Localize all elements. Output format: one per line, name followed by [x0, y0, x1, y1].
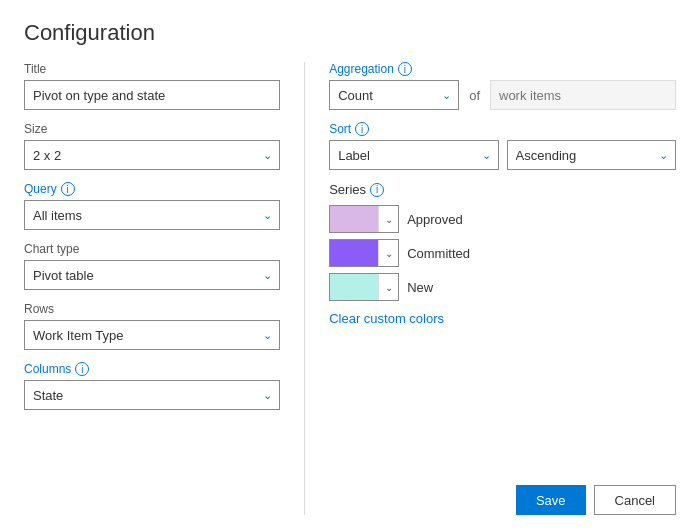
rows-label: Rows	[24, 302, 280, 316]
committed-color-chevron-icon[interactable]: ⌄	[378, 240, 398, 266]
size-select-wrapper: 2 x 2 2 x 3 3 x 3 4 x 4 ⌄	[24, 140, 280, 170]
committed-label: Committed	[407, 246, 470, 261]
aggregation-field-group: Aggregation i Count Sum Average ⌄ of	[329, 62, 676, 110]
size-select[interactable]: 2 x 2 2 x 3 3 x 3 4 x 4	[24, 140, 280, 170]
of-input	[490, 80, 676, 110]
columns-info-icon[interactable]: i	[75, 362, 89, 376]
chart-type-label: Chart type	[24, 242, 280, 256]
series-header: Series i	[329, 182, 676, 197]
columns-select[interactable]: State Work Item Type Assigned To	[24, 380, 280, 410]
approved-label: Approved	[407, 212, 463, 227]
left-column: Title Size 2 x 2 2 x 3 3 x 3 4 x 4 ⌄	[24, 62, 305, 515]
aggregation-select[interactable]: Count Sum Average	[329, 80, 459, 110]
title-input[interactable]	[24, 80, 280, 110]
aggregation-row: Count Sum Average ⌄ of	[329, 80, 676, 110]
save-button[interactable]: Save	[516, 485, 586, 515]
aggregation-info-icon[interactable]: i	[398, 62, 412, 76]
sort-by-select[interactable]: Label Count	[329, 140, 498, 170]
approved-color-chevron-icon[interactable]: ⌄	[378, 206, 398, 232]
page-title: Configuration	[24, 20, 676, 46]
columns-select-wrapper: State Work Item Type Assigned To ⌄	[24, 380, 280, 410]
query-select[interactable]: All items Open items Closed items	[24, 200, 280, 230]
sort-by-select-wrapper: Label Count ⌄	[329, 140, 498, 170]
rows-field-group: Rows Work Item Type State Assigned To ⌄	[24, 302, 280, 350]
series-item-approved: ⌄ Approved	[329, 205, 676, 233]
new-color-swatch-wrapper[interactable]: ⌄	[329, 273, 399, 301]
query-field-group: Query i All items Open items Closed item…	[24, 182, 280, 230]
approved-color-swatch-wrapper[interactable]: ⌄	[329, 205, 399, 233]
approved-color-swatch	[330, 206, 378, 232]
series-field-group: Series i ⌄ Approved ⌄	[329, 182, 676, 326]
query-label: Query i	[24, 182, 280, 196]
of-text: of	[465, 88, 484, 103]
series-label: Series	[329, 182, 366, 197]
footer: Save Cancel	[329, 473, 676, 515]
columns-field-group: Columns i State Work Item Type Assigned …	[24, 362, 280, 410]
chart-type-field-group: Chart type Pivot table Bar chart Pie cha…	[24, 242, 280, 290]
new-color-swatch	[330, 274, 378, 300]
chart-type-select-wrapper: Pivot table Bar chart Pie chart ⌄	[24, 260, 280, 290]
sort-dir-select-wrapper: Ascending Descending ⌄	[507, 140, 676, 170]
committed-color-swatch-wrapper[interactable]: ⌄	[329, 239, 399, 267]
sort-info-icon[interactable]: i	[355, 122, 369, 136]
new-color-chevron-icon[interactable]: ⌄	[378, 274, 398, 300]
sort-field-group: Sort i Label Count ⌄ Ascending D	[329, 122, 676, 170]
sort-dir-select[interactable]: Ascending Descending	[507, 140, 676, 170]
sort-label: Sort i	[329, 122, 676, 136]
aggregation-select-wrapper: Count Sum Average ⌄	[329, 80, 459, 110]
new-label: New	[407, 280, 433, 295]
series-item-new: ⌄ New	[329, 273, 676, 301]
sort-row: Label Count ⌄ Ascending Descending ⌄	[329, 140, 676, 170]
committed-color-swatch	[330, 240, 378, 266]
query-select-wrapper: All items Open items Closed items ⌄	[24, 200, 280, 230]
series-item-committed: ⌄ Committed	[329, 239, 676, 267]
size-label: Size	[24, 122, 280, 136]
chart-type-select[interactable]: Pivot table Bar chart Pie chart	[24, 260, 280, 290]
title-field-group: Title	[24, 62, 280, 110]
columns-label: Columns i	[24, 362, 280, 376]
rows-select-wrapper: Work Item Type State Assigned To ⌄	[24, 320, 280, 350]
right-column: Aggregation i Count Sum Average ⌄ of	[305, 62, 676, 515]
rows-select[interactable]: Work Item Type State Assigned To	[24, 320, 280, 350]
aggregation-label: Aggregation i	[329, 62, 676, 76]
title-label: Title	[24, 62, 280, 76]
right-bottom: Save Cancel	[329, 473, 676, 515]
clear-custom-colors-link[interactable]: Clear custom colors	[329, 311, 444, 326]
query-info-icon[interactable]: i	[61, 182, 75, 196]
size-field-group: Size 2 x 2 2 x 3 3 x 3 4 x 4 ⌄	[24, 122, 280, 170]
series-info-icon[interactable]: i	[370, 183, 384, 197]
cancel-button[interactable]: Cancel	[594, 485, 676, 515]
